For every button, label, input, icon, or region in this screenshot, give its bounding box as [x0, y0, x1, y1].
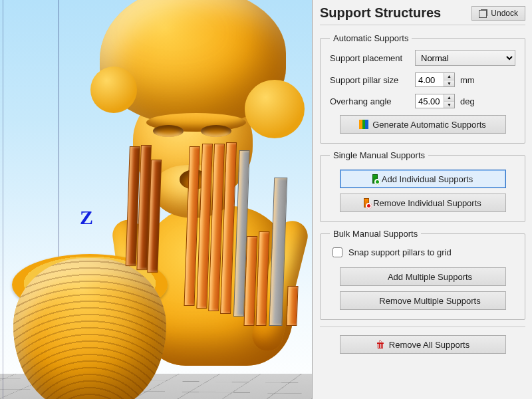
- stepper-up-icon[interactable]: ▲: [444, 73, 454, 80]
- generate-automatic-supports-button[interactable]: Generate Automatic Supports: [340, 115, 506, 134]
- add-individual-supports-label: Add Individual Supports: [382, 174, 473, 184]
- remove-all-supports-button[interactable]: 🗑 Remove All Supports: [340, 335, 506, 354]
- overhang-angle-unit: deg: [460, 96, 480, 106]
- remove-multiple-supports-button[interactable]: Remove Multiple Supports: [340, 291, 506, 310]
- grid-vertical-line: [59, 0, 59, 399]
- single-manual-supports-legend: Single Manual Supports: [330, 150, 428, 160]
- undock-icon: [479, 10, 487, 18]
- support-pillar-size-label: Support pillar size: [330, 75, 410, 85]
- overhang-angle-stepper[interactable]: ▲▼: [415, 94, 455, 108]
- grid-vertical-line: [3, 0, 3, 399]
- add-multiple-supports-button[interactable]: Add Multiple Supports: [340, 267, 506, 286]
- stepper-up-icon[interactable]: ▲: [444, 94, 454, 102]
- undock-button[interactable]: Undock: [471, 6, 525, 21]
- overhang-angle-label: Overhang angle: [330, 96, 410, 106]
- support-pillar-size-input[interactable]: [416, 73, 444, 86]
- add-support-icon: [372, 174, 378, 184]
- bulk-manual-supports-group: Bulk Manual Supports Snap support pillar…: [320, 229, 525, 320]
- remove-all-supports-label: Remove All Supports: [389, 340, 469, 350]
- add-multiple-supports-label: Add Multiple Supports: [388, 272, 472, 282]
- automatic-supports-legend: Automatic Supports: [330, 33, 412, 43]
- undock-label: Undock: [491, 9, 518, 18]
- remove-individual-supports-button[interactable]: Remove Individual Supports: [340, 194, 506, 212]
- axis-z-indicator: Z: [80, 206, 93, 229]
- automatic-supports-group: Automatic Supports Support placement Nor…: [320, 33, 525, 144]
- remove-individual-supports-label: Remove Individual Supports: [373, 198, 481, 208]
- remove-multiple-supports-label: Remove Multiple Supports: [379, 296, 480, 306]
- support-placement-select[interactable]: Normal: [415, 50, 515, 66]
- overhang-angle-input[interactable]: [416, 94, 444, 108]
- panel-title: Support Structures: [320, 5, 441, 21]
- generated-support-structures: [219, 153, 313, 326]
- snap-to-grid-checkbox-row[interactable]: Snap support pillars to grid: [330, 245, 515, 259]
- stepper-down-icon[interactable]: ▼: [444, 102, 454, 108]
- support-pillar-size-stepper[interactable]: ▲▼: [415, 72, 455, 87]
- generate-icon: [359, 120, 368, 129]
- add-individual-supports-button[interactable]: Add Individual Supports: [340, 170, 506, 188]
- support-structures-panel: Support Structures Undock Automatic Supp…: [313, 0, 532, 399]
- snap-to-grid-checkbox[interactable]: [332, 247, 342, 257]
- bulk-manual-supports-legend: Bulk Manual Supports: [330, 229, 421, 239]
- divider: [320, 327, 525, 327]
- remove-support-icon: [364, 198, 369, 207]
- viewport-3d[interactable]: Z: [0, 0, 313, 399]
- model-preview: [100, 0, 313, 359]
- single-manual-supports-group: Single Manual Supports Add Individual Su…: [320, 150, 525, 222]
- build-plate: [0, 374, 313, 399]
- snap-to-grid-label: Snap support pillars to grid: [348, 247, 452, 257]
- support-placement-label: Support placement: [330, 53, 410, 63]
- stepper-down-icon[interactable]: ▼: [444, 80, 454, 87]
- trash-icon: 🗑: [376, 340, 385, 349]
- divider: [320, 25, 525, 25]
- support-pillar-size-unit: mm: [460, 75, 480, 85]
- generate-automatic-supports-label: Generate Automatic Supports: [372, 120, 486, 130]
